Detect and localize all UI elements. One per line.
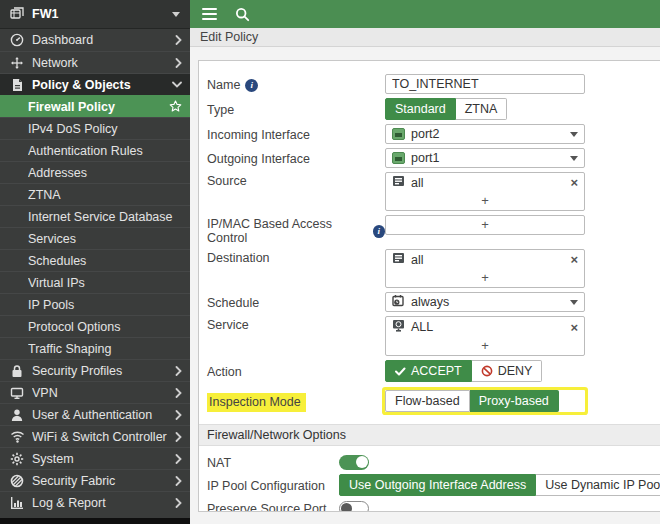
name-input[interactable] bbox=[385, 74, 585, 94]
info-icon[interactable]: i bbox=[373, 225, 385, 238]
ip-pool-label: IP Pool Configuration bbox=[207, 477, 339, 493]
check-icon bbox=[395, 367, 406, 376]
port-icon bbox=[392, 152, 405, 164]
chevron-down-icon bbox=[570, 300, 578, 305]
sidebar-item-dashboard[interactable]: Dashboard bbox=[0, 29, 190, 51]
policy-objects-icon bbox=[9, 78, 25, 92]
chevron-down-icon bbox=[172, 81, 182, 88]
sidebar-item-traffic-shaping[interactable]: Traffic Shaping bbox=[0, 337, 190, 359]
sidebar-item-security-profiles[interactable]: Security Profiles bbox=[0, 359, 190, 381]
sidebar-item-label: System bbox=[32, 452, 171, 466]
sidebar-item-label: Policy & Objects bbox=[32, 78, 168, 92]
sidebar-item-firewall-policy[interactable]: Firewall Policy bbox=[0, 95, 190, 117]
source-label: Source bbox=[207, 172, 385, 188]
inspection-segmented: Flow-based Proxy-based bbox=[385, 390, 559, 412]
incoming-interface-label: Incoming Interface bbox=[207, 126, 385, 142]
sidebar-item-label: VPN bbox=[32, 386, 171, 400]
add-destination-button[interactable]: + bbox=[386, 269, 584, 287]
sidebar-item-label: Virtual IPs bbox=[28, 276, 182, 290]
sidebar-item-label: Internet Service Database bbox=[28, 210, 182, 224]
chevron-right-icon bbox=[175, 432, 182, 442]
preserve-source-port-toggle[interactable] bbox=[339, 501, 369, 513]
chevron-down-icon bbox=[570, 156, 578, 161]
fabric-icon bbox=[9, 474, 25, 488]
sidebar-item-internet-service-database[interactable]: Internet Service Database bbox=[0, 205, 190, 227]
sidebar-item-label: Traffic Shaping bbox=[28, 342, 182, 356]
sidebar-item-label: Security Fabric bbox=[32, 474, 171, 488]
chevron-right-icon bbox=[175, 454, 182, 464]
device-selector[interactable]: FW1 bbox=[0, 0, 190, 29]
sidebar-item-policy-objects[interactable]: Policy & Objects bbox=[0, 73, 190, 95]
service-icon bbox=[392, 319, 405, 335]
sidebar-item-authentication-rules[interactable]: Authentication Rules bbox=[0, 139, 190, 161]
action-deny-button[interactable]: DENY bbox=[472, 360, 543, 382]
service-box: ALL × + bbox=[385, 316, 585, 356]
sidebar-item-virtual-ips[interactable]: Virtual IPs bbox=[0, 271, 190, 293]
sidebar-item-label: IP Pools bbox=[28, 298, 182, 312]
action-segmented: ACCEPT DENY bbox=[385, 360, 585, 382]
sidebar-item-network[interactable]: Network bbox=[0, 51, 190, 73]
outgoing-interface-select[interactable]: port1 bbox=[385, 148, 585, 168]
chevron-right-icon bbox=[175, 388, 182, 398]
sidebar-item-label: Addresses bbox=[28, 166, 182, 180]
remove-icon[interactable]: × bbox=[570, 253, 578, 266]
search-icon[interactable] bbox=[235, 7, 250, 22]
inspection-proxy-button[interactable]: Proxy-based bbox=[470, 390, 559, 412]
sidebar-item-vpn[interactable]: VPN bbox=[0, 381, 190, 403]
type-standard-button[interactable]: Standard bbox=[385, 98, 456, 120]
sidebar-item-system[interactable]: System bbox=[0, 447, 190, 469]
sidebar-item-user-authentication[interactable]: User & Authentication bbox=[0, 403, 190, 425]
destination-entry-label: all bbox=[411, 253, 424, 267]
type-label: Type bbox=[207, 101, 385, 117]
action-accept-button[interactable]: ACCEPT bbox=[385, 360, 472, 382]
sidebar-item-wifi-switch-controller[interactable]: WiFi & Switch Controller bbox=[0, 425, 190, 447]
outgoing-interface-label: Outgoing Interface bbox=[207, 150, 385, 166]
sidebar-item-label: Schedules bbox=[28, 254, 182, 268]
sidebar-item-ip-pools[interactable]: IP Pools bbox=[0, 293, 190, 315]
chevron-right-icon bbox=[175, 35, 182, 45]
inspection-mode-label: Inspection Mode bbox=[207, 393, 306, 412]
edit-policy-form: Name i Type Standard ZTNA Incoming Inter… bbox=[198, 60, 660, 512]
device-logo-icon bbox=[9, 7, 25, 21]
remove-icon[interactable]: × bbox=[570, 176, 578, 189]
sidebar-item-ztna[interactable]: ZTNA bbox=[0, 183, 190, 205]
sidebar-item-label: ZTNA bbox=[28, 188, 182, 202]
nat-toggle[interactable] bbox=[339, 455, 369, 470]
service-entry[interactable]: ALL × bbox=[386, 317, 584, 337]
add-ipmac-button[interactable]: + bbox=[386, 216, 584, 234]
menu-icon[interactable] bbox=[202, 8, 217, 21]
chevron-right-icon bbox=[175, 498, 182, 508]
remove-icon[interactable]: × bbox=[570, 321, 578, 334]
ip-pool-dynamic-button[interactable]: Use Dynamic IP Pool bbox=[536, 474, 660, 496]
add-source-button[interactable]: + bbox=[386, 192, 584, 210]
chevron-down-icon bbox=[172, 12, 180, 17]
sidebar-nav: Dashboard Network Policy & Objects Firew… bbox=[0, 29, 190, 518]
sidebar-item-security-fabric[interactable]: Security Fabric bbox=[0, 469, 190, 491]
sidebar-item-addresses[interactable]: Addresses bbox=[0, 161, 190, 183]
sidebar-item-services[interactable]: Services bbox=[0, 227, 190, 249]
chevron-right-icon bbox=[175, 476, 182, 486]
destination-entry[interactable]: all × bbox=[386, 250, 584, 269]
network-icon bbox=[9, 56, 25, 70]
add-service-button[interactable]: + bbox=[386, 337, 584, 355]
sidebar-item-protocol-options[interactable]: Protocol Options bbox=[0, 315, 190, 337]
incoming-interface-select[interactable]: port2 bbox=[385, 124, 585, 144]
deny-icon bbox=[481, 365, 493, 377]
sidebar-item-ipv4-dos-policy[interactable]: IPv4 DoS Policy bbox=[0, 117, 190, 139]
chevron-right-icon bbox=[175, 410, 182, 420]
schedule-select[interactable]: always bbox=[385, 292, 585, 312]
ip-pool-outgoing-button[interactable]: Use Outgoing Interface Address bbox=[339, 474, 536, 496]
sidebar-bottom-strip bbox=[0, 518, 190, 524]
source-entry[interactable]: all × bbox=[386, 173, 584, 192]
breadcrumb: Edit Policy bbox=[190, 28, 660, 47]
inspection-flow-button[interactable]: Flow-based bbox=[385, 390, 470, 412]
info-icon[interactable]: i bbox=[245, 79, 258, 92]
lock-icon bbox=[9, 364, 25, 378]
name-label: Name bbox=[207, 78, 240, 92]
sidebar-item-schedules[interactable]: Schedules bbox=[0, 249, 190, 271]
sidebar-item-log-report[interactable]: Log & Report bbox=[0, 491, 190, 513]
fortigate-app: FW1 Dashboard Network Policy & Objects F… bbox=[0, 0, 660, 524]
type-ztna-button[interactable]: ZTNA bbox=[456, 98, 508, 120]
main-area: Edit Policy Name i Type Standard bbox=[190, 0, 660, 524]
star-icon[interactable] bbox=[169, 100, 182, 113]
